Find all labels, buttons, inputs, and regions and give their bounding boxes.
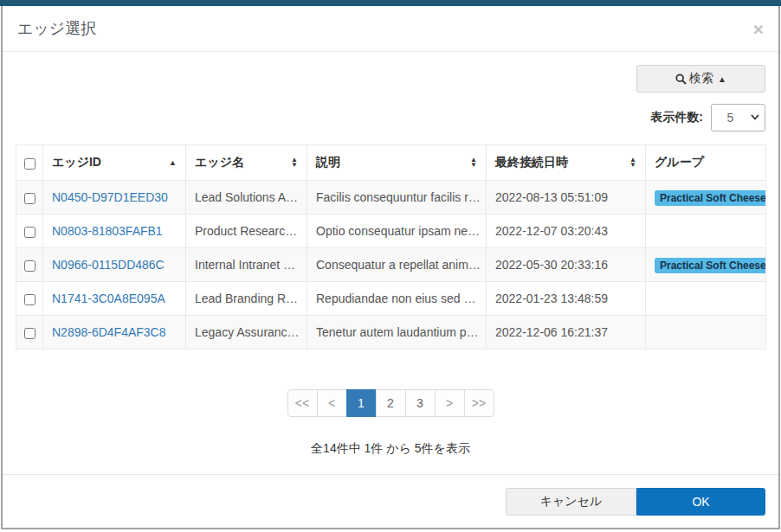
table-row: N1741-3C0A8E095A Lead Branding R… Repudi… — [16, 282, 766, 316]
column-label: エッジID — [52, 155, 101, 170]
page-size-select[interactable]: 5 — [711, 104, 765, 131]
edge-table: エッジID ▲ エッジ名 ▲▼ — [16, 144, 766, 349]
table-header-row: エッジID ▲ エッジ名 ▲▼ — [16, 145, 766, 181]
modal-body: 検索 ▲ 表示件数: 5 — [3, 65, 778, 457]
description-cell: Tenetur autem laudantium p… — [307, 316, 487, 349]
description-cell: Facilis consequuntur facilis r… — [307, 181, 487, 215]
modal-header: エッジ選択 × — [3, 6, 778, 52]
edge-id-link[interactable]: N2898-6D4F4AF3C8 — [52, 325, 166, 339]
search-button-label: 検索 — [689, 71, 713, 87]
page-size-label: 表示件数: — [650, 110, 703, 125]
search-toggle-button[interactable]: 検索 ▲ — [636, 65, 765, 93]
column-label: 最終接続日時 — [495, 155, 568, 170]
pagination-page-2[interactable]: 2 — [376, 389, 406, 417]
pagination-page-1[interactable]: 1 — [346, 389, 377, 417]
edge-id-link[interactable]: N0450-D97D1EED30 — [52, 190, 168, 204]
column-header-last-connected[interactable]: 最終接続日時 ▲▼ — [487, 145, 646, 181]
table-row: N0803-81803FAFB1 Product Researc… Optio … — [16, 215, 766, 248]
edge-name-cell: Lead Solutions A… — [186, 181, 307, 215]
pagination-first[interactable]: << — [287, 389, 318, 417]
row-checkbox[interactable] — [24, 227, 36, 238]
description-cell: Consequatur a repellat anim… — [307, 248, 487, 282]
column-header-edge-id[interactable]: エッジID ▲ — [43, 145, 186, 181]
close-icon[interactable]: × — [753, 20, 764, 38]
search-icon — [675, 74, 687, 85]
pagination: << < 1 2 3 > >> — [16, 389, 765, 417]
last-connected-cell: 2022-12-06 16:21:37 — [487, 316, 646, 349]
modal-title: エッジ選択 — [17, 18, 96, 39]
last-connected-cell: 2022-01-23 13:48:59 — [487, 282, 646, 316]
edge-id-link[interactable]: N0966-0115DD486C — [52, 258, 165, 272]
sort-both-icon: ▲▼ — [629, 157, 636, 168]
select-all-checkbox[interactable] — [24, 158, 36, 170]
edge-name-cell: Legacy Assuranc… — [186, 316, 307, 349]
column-header-description[interactable]: 説明 ▲▼ — [307, 145, 487, 181]
sort-asc-icon: ▲ — [169, 158, 177, 167]
caret-up-icon: ▲ — [718, 74, 726, 84]
edge-name-cell: Internal Intranet … — [186, 248, 307, 282]
pagination-last[interactable]: >> — [464, 389, 494, 417]
last-connected-cell: 2022-08-13 05:51:09 — [487, 181, 646, 215]
select-all-header — [16, 145, 43, 181]
group-badge: Practical Soft Cheese — [655, 190, 766, 206]
edge-name-cell: Lead Branding R… — [186, 282, 307, 316]
edge-name-cell: Product Researc… — [186, 215, 307, 248]
last-connected-cell: 2022-12-07 03:20:43 — [487, 215, 646, 248]
last-connected-cell: 2022-05-30 20:33:16 — [487, 248, 646, 282]
row-checkbox[interactable] — [24, 294, 36, 305]
modal-footer: キャンセル OK — [3, 474, 778, 528]
ok-button[interactable]: OK — [636, 488, 765, 516]
pagination-next[interactable]: > — [435, 389, 465, 417]
row-checkbox[interactable] — [24, 260, 36, 272]
row-checkbox[interactable] — [24, 193, 36, 204]
table-row: N0450-D97D1EED30 Lead Solutions A… Facil… — [16, 181, 766, 215]
column-header-group: グループ — [646, 145, 766, 181]
page-header-bar — [0, 0, 781, 6]
column-label: 説明 — [316, 155, 340, 170]
column-header-edge-name[interactable]: エッジ名 ▲▼ — [186, 145, 307, 181]
column-label: エッジ名 — [195, 155, 244, 170]
pagination-summary: 全14件中 1件 から 5件を表示 — [16, 441, 765, 457]
sort-both-icon: ▲▼ — [470, 157, 477, 168]
description-cell: Repudiandae non eius sed … — [307, 282, 487, 316]
pagination-prev[interactable]: < — [317, 389, 347, 417]
table-row: N2898-6D4F4AF3C8 Legacy Assuranc… Tenetu… — [16, 316, 766, 349]
page-size-select-wrap: 5 — [711, 104, 765, 131]
description-cell: Optio consequatur ipsam ne… — [307, 215, 487, 248]
edge-select-modal: エッジ選択 × 検索 ▲ 表示件数: 5 — [1, 6, 780, 529]
sort-both-icon: ▲▼ — [291, 157, 298, 168]
row-checkbox[interactable] — [24, 328, 36, 339]
column-label: グループ — [655, 155, 704, 170]
cancel-button[interactable]: キャンセル — [506, 488, 636, 516]
edge-id-link[interactable]: N0803-81803FAFB1 — [52, 224, 163, 238]
group-badge: Practical Soft Cheese — [655, 258, 766, 273]
pagination-page-3[interactable]: 3 — [405, 389, 436, 417]
edge-id-link[interactable]: N1741-3C0A8E095A — [52, 292, 165, 305]
table-row: N0966-0115DD486C Internal Intranet … Con… — [16, 248, 766, 282]
